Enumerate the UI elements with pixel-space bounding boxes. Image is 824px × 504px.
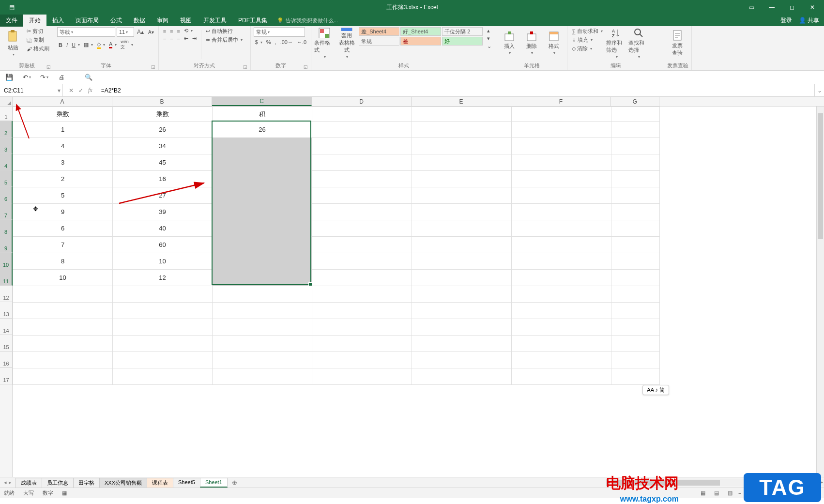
font-color-button[interactable]: A xyxy=(107,41,118,49)
zoom-out-icon[interactable]: − xyxy=(738,490,741,496)
cell-A6[interactable]: 5 xyxy=(13,187,113,204)
row-header-14[interactable]: 14 xyxy=(0,319,12,335)
cell-A14[interactable] xyxy=(13,319,113,336)
cell-B1[interactable]: 乘数 xyxy=(113,107,213,122)
accept-formula-icon[interactable]: ✓ xyxy=(78,87,83,94)
cell-F9[interactable] xyxy=(512,237,611,253)
cell-G12[interactable] xyxy=(611,286,660,303)
cell-D3[interactable] xyxy=(312,138,412,154)
cell-A5[interactable]: 2 xyxy=(13,171,113,187)
format-cells-button[interactable]: 格式 xyxy=(544,27,564,59)
cell-style-bad2[interactable]: 差 xyxy=(400,37,441,46)
row-header-12[interactable]: 12 xyxy=(0,286,12,302)
cell-E3[interactable] xyxy=(412,138,512,154)
cell-E16[interactable] xyxy=(412,352,512,368)
cell-C15[interactable] xyxy=(213,336,312,352)
align-top-button[interactable]: ≡ xyxy=(162,27,168,34)
cell-E17[interactable] xyxy=(412,368,512,385)
cell-F4[interactable] xyxy=(512,154,611,171)
cell-D15[interactable] xyxy=(312,336,412,352)
invoice-check-button[interactable]: 发票 查验 xyxy=(667,27,687,59)
tab-home[interactable]: 开始 xyxy=(23,15,46,27)
tab-file[interactable]: 文件 xyxy=(0,15,23,27)
fill-button[interactable]: ↧填充 xyxy=(570,36,604,44)
cell-D6[interactable] xyxy=(312,187,412,204)
cell-F11[interactable] xyxy=(512,270,611,286)
sheet-nav-first-icon[interactable]: ◂ xyxy=(4,479,7,486)
cell-G8[interactable] xyxy=(611,220,660,237)
copy-button[interactable]: ⿻复制 xyxy=(25,36,51,44)
cell-B8[interactable]: 40 xyxy=(113,220,213,237)
share-button[interactable]: 👤 共享 xyxy=(799,16,819,25)
col-header-E[interactable]: E xyxy=(412,97,511,106)
align-middle-button[interactable]: ≡ xyxy=(168,27,174,34)
col-header-D[interactable]: D xyxy=(312,97,412,106)
cell-G15[interactable] xyxy=(611,336,660,352)
worksheet-grid[interactable]: ABCDEFG 1234567891011121314151617 乘数乘数积1… xyxy=(0,97,824,477)
cell-G17[interactable] xyxy=(611,368,660,385)
col-header-C[interactable]: C xyxy=(212,97,312,106)
cell-style-bad[interactable]: 差_Sheet4 xyxy=(359,27,399,36)
cell-D9[interactable] xyxy=(312,237,412,253)
name-box-dropdown-icon[interactable]: ▾ xyxy=(56,87,62,94)
tab-review[interactable]: 审阅 xyxy=(151,15,174,27)
dialog-launcher-icon[interactable]: ◱ xyxy=(243,64,247,69)
shrink-font-button[interactable]: A▾ xyxy=(147,27,155,37)
format-as-table-button[interactable]: 套用 表格格式 xyxy=(336,27,357,59)
normal-view-icon[interactable]: ▦ xyxy=(698,489,708,498)
cell-G9[interactable] xyxy=(611,237,660,253)
cell-D17[interactable] xyxy=(312,368,412,385)
row-header-16[interactable]: 16 xyxy=(0,351,12,368)
cell-style-normal[interactable]: 常规 xyxy=(359,37,399,46)
cell-G13[interactable] xyxy=(611,303,660,319)
cell-F16[interactable] xyxy=(512,352,611,368)
cell-F1[interactable] xyxy=(512,107,611,122)
cell-B2[interactable]: 26 xyxy=(113,122,213,138)
tab-developer[interactable]: 开发工具 xyxy=(198,15,232,27)
sheet-nav-last-icon[interactable]: ▸ xyxy=(9,479,12,486)
sheet-tab-成绩表[interactable]: 成绩表 xyxy=(15,478,42,488)
styles-more[interactable]: ⌄ xyxy=(486,43,493,50)
cell-C12[interactable] xyxy=(213,286,312,303)
cell-B6[interactable]: 27 xyxy=(113,187,213,204)
styles-scroll-up[interactable]: ▴ xyxy=(486,27,493,34)
cell-F10[interactable] xyxy=(512,253,611,270)
cell-A3[interactable]: 4 xyxy=(13,138,113,154)
cell-E2[interactable] xyxy=(412,122,512,138)
sheet-tab-Sheet5[interactable]: Sheet5 xyxy=(173,478,200,488)
cell-D7[interactable] xyxy=(312,204,412,220)
cell-B17[interactable] xyxy=(113,368,213,385)
cell-G7[interactable] xyxy=(611,204,660,220)
cell-B16[interactable] xyxy=(113,352,213,368)
page-layout-view-icon[interactable]: ▤ xyxy=(711,489,722,498)
cell-F5[interactable] xyxy=(512,171,611,187)
cell-F15[interactable] xyxy=(512,336,611,352)
row-header-10[interactable]: 10 xyxy=(0,253,13,269)
ime-indicator[interactable]: AA ♪ 简 xyxy=(642,385,669,395)
cell-F2[interactable] xyxy=(512,122,611,138)
col-header-B[interactable]: B xyxy=(112,97,212,106)
sheet-tab-XXX公司销售额[interactable]: XXX公司销售额 xyxy=(99,478,147,488)
cell-E6[interactable] xyxy=(412,187,512,204)
font-name-combo[interactable]: 等线 xyxy=(57,27,115,37)
page-break-view-icon[interactable]: ▥ xyxy=(725,489,735,498)
percent-button[interactable]: % xyxy=(265,39,273,46)
increase-decimal-button[interactable]: .00→ xyxy=(279,39,294,46)
cell-D11[interactable] xyxy=(312,270,412,286)
bold-button[interactable]: B xyxy=(57,42,64,48)
expand-formula-bar-icon[interactable]: ⌄ xyxy=(814,84,824,96)
vertical-scrollbar[interactable] xyxy=(816,107,824,477)
cell-C10[interactable] xyxy=(213,253,312,270)
cell-B13[interactable] xyxy=(113,303,213,319)
cell-C13[interactable] xyxy=(213,303,312,319)
row-header-8[interactable]: 8 xyxy=(0,220,13,236)
tab-data[interactable]: 数据 xyxy=(128,15,151,27)
cell-G4[interactable] xyxy=(611,154,660,171)
cell-A16[interactable] xyxy=(13,352,113,368)
close-button[interactable]: ✕ xyxy=(803,0,822,14)
cell-F6[interactable] xyxy=(512,187,611,204)
cell-C11[interactable] xyxy=(213,270,312,286)
cell-E10[interactable] xyxy=(412,253,512,270)
cell-style-good[interactable]: 好_Sheet4 xyxy=(400,27,441,36)
cell-E9[interactable] xyxy=(412,237,512,253)
